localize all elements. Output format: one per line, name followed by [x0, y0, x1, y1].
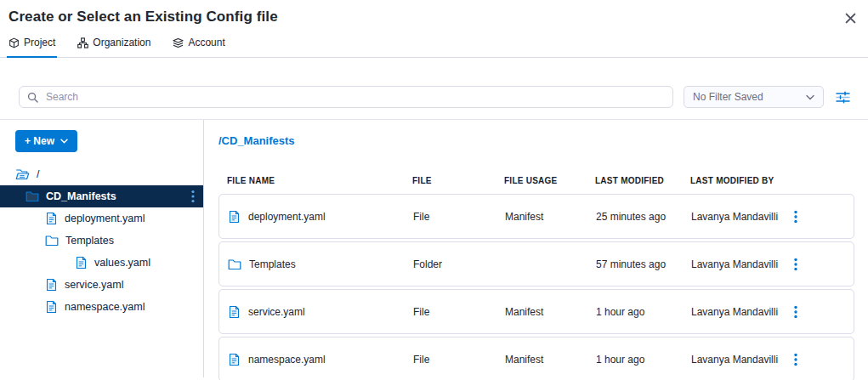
file-name-label: service.yaml — [248, 306, 305, 318]
tree-item-label: CD_Manifests — [46, 190, 116, 202]
file-type-cell: Folder — [413, 258, 505, 270]
tree-item-label: / — [37, 168, 39, 180]
folder-icon — [26, 190, 39, 202]
column-header-file-usage: FILE USAGE — [504, 176, 595, 185]
page-title: Create or Select an Existing Config file — [9, 9, 854, 26]
filter-dropdown[interactable]: No Filter Saved — [684, 86, 824, 108]
column-header-last-modified-by: LAST MODIFIED BY — [690, 176, 790, 185]
last-modified-by-cell: Lavanya Mandavilli — [691, 258, 791, 270]
file-usage-cell: Manifest — [505, 306, 596, 318]
file-icon — [45, 278, 58, 292]
folder-icon — [45, 235, 59, 247]
tree-item-templates[interactable]: Templates — [0, 230, 203, 252]
tab-organization-label: Organization — [93, 37, 150, 48]
last-modified-by-cell: Lavanya Mandavilli — [691, 306, 791, 318]
tab-organization[interactable]: Organization — [76, 37, 152, 58]
file-tree-sidebar: + New /CD_Manifestsdeployment.yamlTempla… — [0, 120, 204, 377]
column-header-last-modified: LAST MODIFIED — [595, 176, 690, 185]
scope-tabs: Project Organization Account — [0, 26, 868, 58]
file-name-cell: Templates — [228, 258, 413, 270]
new-button-label: + New — [25, 135, 54, 147]
file-type-cell: File — [413, 306, 505, 318]
tab-account[interactable]: Account — [171, 37, 226, 58]
last-modified-cell: 1 hour ago — [596, 354, 691, 366]
file-row-service-yaml[interactable]: service.yamlFileManifest1 hour agoLavany… — [218, 289, 854, 334]
hierarchy-icon — [77, 37, 88, 48]
last-modified-by-cell: Lavanya Mandavilli — [691, 354, 791, 366]
last-modified-by-cell: Lavanya Mandavilli — [691, 211, 791, 223]
chevron-down-icon — [806, 94, 814, 100]
tab-account-label: Account — [188, 37, 224, 48]
file-icon — [228, 210, 241, 224]
tree-item-label: service.yaml — [65, 279, 123, 291]
last-modified-cell: 1 hour ago — [596, 306, 691, 318]
file-name-label: Templates — [249, 258, 296, 270]
file-table-body: deployment.yamlFileManifest25 minutes ag… — [218, 194, 854, 380]
file-row-deployment-yaml[interactable]: deployment.yamlFileManifest25 minutes ag… — [218, 194, 854, 239]
file-icon — [228, 305, 241, 319]
modal-header: Create or Select an Existing Config file — [0, 0, 868, 26]
folder-icon — [228, 258, 241, 270]
file-row-namespace-yaml[interactable]: namespace.yamlFileManifest1 hour agoLava… — [218, 337, 854, 380]
search-icon — [27, 92, 38, 103]
kebab-menu-icon[interactable] — [191, 190, 195, 203]
file-usage-cell: Manifest — [505, 354, 596, 366]
tree-item-root[interactable]: / — [0, 163, 203, 185]
file-icon — [228, 353, 241, 366]
tree-item-service-yaml[interactable]: service.yaml — [0, 274, 203, 296]
content-area: + New /CD_Manifestsdeployment.yamlTempla… — [0, 119, 868, 377]
last-modified-cell: 25 minutes ago — [596, 211, 691, 223]
file-name-cell: service.yaml — [228, 305, 413, 319]
search-input[interactable] — [44, 90, 665, 104]
table-header-row: FILE NAMEFILEFILE USAGELAST MODIFIEDLAST… — [218, 176, 854, 185]
tree-item-namespace-yaml[interactable]: namespace.yaml — [0, 296, 203, 318]
column-header-file-name: FILE NAME — [227, 176, 412, 185]
toolbar: No Filter Saved — [19, 86, 851, 108]
tree-item-label: deployment.yaml — [65, 213, 145, 224]
chevron-down-icon — [60, 139, 68, 144]
filter-dropdown-value: No Filter Saved — [693, 91, 763, 103]
folder-open-icon — [15, 168, 30, 180]
file-name-cell: deployment.yaml — [228, 210, 413, 224]
tree-item-label: namespace.yaml — [65, 301, 145, 313]
kebab-menu-icon[interactable] — [791, 302, 854, 322]
tab-project-label: Project — [24, 37, 55, 48]
file-icon — [45, 300, 58, 314]
filter-sliders-icon[interactable] — [834, 88, 851, 105]
kebab-menu-icon[interactable] — [791, 254, 854, 275]
tree-item-cd-manifests[interactable]: CD_Manifests — [0, 185, 203, 207]
cube-icon — [9, 37, 20, 48]
search-box[interactable] — [19, 86, 673, 108]
file-usage-cell: Manifest — [505, 211, 596, 223]
new-button[interactable]: + New — [15, 130, 77, 152]
file-icon — [75, 256, 88, 269]
column-header-file: FILE — [412, 176, 504, 185]
file-browser-panel: /CD_Manifests FILE NAMEFILEFILE USAGELAS… — [204, 120, 868, 377]
kebab-menu-icon[interactable] — [791, 207, 854, 227]
tree-item-values-yaml[interactable]: values.yaml — [0, 252, 203, 274]
file-type-cell: File — [413, 354, 505, 366]
file-name-label: namespace.yaml — [248, 354, 326, 366]
file-tree: /CD_Manifestsdeployment.yamlTemplatesval… — [0, 163, 203, 318]
tree-item-deployment-yaml[interactable]: deployment.yaml — [0, 207, 203, 230]
tab-project[interactable]: Project — [7, 37, 57, 58]
layers-icon — [173, 37, 184, 48]
file-name-label: deployment.yaml — [248, 211, 326, 223]
file-name-cell: namespace.yaml — [228, 353, 413, 366]
breadcrumb[interactable]: /CD_Manifests — [218, 134, 854, 147]
file-icon — [45, 212, 58, 225]
kebab-menu-icon[interactable] — [791, 349, 854, 370]
file-row-templates[interactable]: TemplatesFolder57 minutes agoLavanya Man… — [218, 241, 854, 286]
tree-item-label: values.yaml — [94, 257, 150, 269]
close-icon[interactable] — [842, 10, 858, 26]
last-modified-cell: 57 minutes ago — [596, 258, 691, 270]
tree-item-label: Templates — [65, 235, 114, 247]
file-type-cell: File — [413, 211, 505, 223]
